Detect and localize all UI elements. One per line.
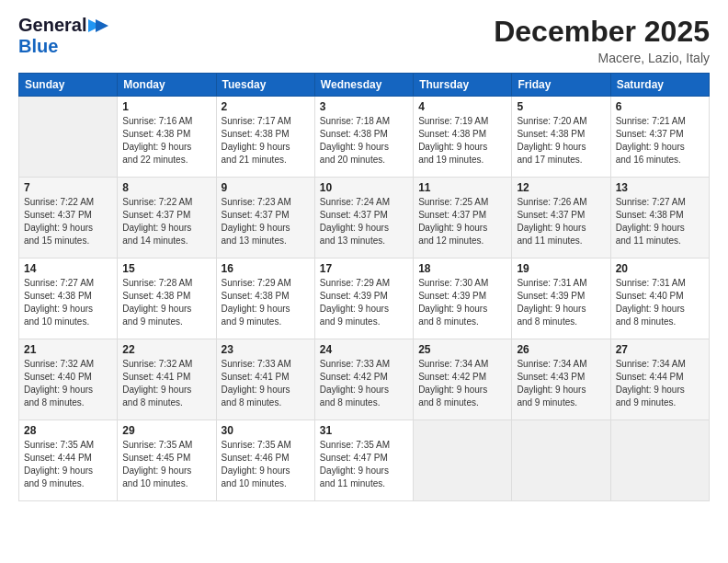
day-info: Sunrise: 7:35 AMSunset: 4:46 PMDaylight:… xyxy=(222,439,310,490)
calendar-title: December 2025 xyxy=(494,15,710,49)
calendar-cell: 15Sunrise: 7:28 AMSunset: 4:38 PMDayligh… xyxy=(118,259,216,339)
day-info: Sunrise: 7:31 AMSunset: 4:39 PMDaylight:… xyxy=(517,277,605,328)
day-number: 11 xyxy=(418,181,506,194)
day-number: 27 xyxy=(616,343,704,356)
calendar-cell: 29Sunrise: 7:35 AMSunset: 4:45 PMDayligh… xyxy=(118,420,216,501)
calendar-cell xyxy=(512,420,610,501)
day-number: 30 xyxy=(222,424,310,437)
calendar-cell: 24Sunrise: 7:33 AMSunset: 4:42 PMDayligh… xyxy=(314,339,413,420)
day-info: Sunrise: 7:16 AMSunset: 4:38 PMDaylight:… xyxy=(122,115,210,167)
calendar-cell: 17Sunrise: 7:29 AMSunset: 4:39 PMDayligh… xyxy=(314,259,413,339)
calendar-cell: 26Sunrise: 7:34 AMSunset: 4:43 PMDayligh… xyxy=(512,339,610,420)
day-number: 10 xyxy=(320,181,408,194)
calendar-cell: 5Sunrise: 7:20 AMSunset: 4:38 PMDaylight… xyxy=(512,97,610,178)
day-number: 13 xyxy=(616,181,704,194)
day-info: Sunrise: 7:34 AMSunset: 4:43 PMDaylight:… xyxy=(517,358,605,409)
calendar-week-4: 21Sunrise: 7:32 AMSunset: 4:40 PMDayligh… xyxy=(19,339,710,420)
day-number: 28 xyxy=(24,424,112,437)
day-info: Sunrise: 7:34 AMSunset: 4:42 PMDaylight:… xyxy=(418,358,506,409)
calendar-cell: 18Sunrise: 7:30 AMSunset: 4:39 PMDayligh… xyxy=(414,259,512,339)
day-number: 3 xyxy=(320,100,408,113)
calendar-cell: 21Sunrise: 7:32 AMSunset: 4:40 PMDayligh… xyxy=(19,339,118,420)
calendar-cell: 19Sunrise: 7:31 AMSunset: 4:39 PMDayligh… xyxy=(512,259,610,339)
day-number: 29 xyxy=(122,424,210,437)
calendar-cell: 1Sunrise: 7:16 AMSunset: 4:38 PMDaylight… xyxy=(118,97,216,178)
day-number: 21 xyxy=(24,343,112,356)
col-friday: Friday xyxy=(512,74,610,97)
day-number: 20 xyxy=(616,262,704,275)
day-info: Sunrise: 7:27 AMSunset: 4:38 PMDaylight:… xyxy=(616,196,704,247)
calendar-cell: 11Sunrise: 7:25 AMSunset: 4:37 PMDayligh… xyxy=(414,178,512,259)
calendar-cell: 25Sunrise: 7:34 AMSunset: 4:42 PMDayligh… xyxy=(414,339,512,420)
calendar-cell: 10Sunrise: 7:24 AMSunset: 4:37 PMDayligh… xyxy=(314,178,413,259)
logo-arrow-icon xyxy=(88,19,108,32)
day-info: Sunrise: 7:29 AMSunset: 4:39 PMDaylight:… xyxy=(320,277,408,328)
day-info: Sunrise: 7:24 AMSunset: 4:37 PMDaylight:… xyxy=(320,196,408,247)
col-sunday: Sunday xyxy=(19,74,118,97)
day-info: Sunrise: 7:33 AMSunset: 4:42 PMDaylight:… xyxy=(320,358,408,409)
calendar-cell: 9Sunrise: 7:23 AMSunset: 4:37 PMDaylight… xyxy=(216,178,314,259)
day-info: Sunrise: 7:35 AMSunset: 4:47 PMDaylight:… xyxy=(320,439,408,490)
day-info: Sunrise: 7:19 AMSunset: 4:38 PMDaylight:… xyxy=(418,115,506,167)
day-info: Sunrise: 7:22 AMSunset: 4:37 PMDaylight:… xyxy=(24,196,112,247)
calendar-cell: 28Sunrise: 7:35 AMSunset: 4:44 PMDayligh… xyxy=(19,420,118,501)
day-number: 4 xyxy=(418,100,506,113)
calendar-cell: 4Sunrise: 7:19 AMSunset: 4:38 PMDaylight… xyxy=(414,97,512,178)
calendar-week-5: 28Sunrise: 7:35 AMSunset: 4:44 PMDayligh… xyxy=(19,420,710,501)
calendar-cell: 16Sunrise: 7:29 AMSunset: 4:38 PMDayligh… xyxy=(216,259,314,339)
header: General Blue December 2025 Macere, Lazio… xyxy=(18,15,710,65)
day-number: 31 xyxy=(320,424,408,437)
col-thursday: Thursday xyxy=(414,74,512,97)
calendar-cell: 12Sunrise: 7:26 AMSunset: 4:37 PMDayligh… xyxy=(512,178,610,259)
calendar-cell: 31Sunrise: 7:35 AMSunset: 4:47 PMDayligh… xyxy=(314,420,413,501)
day-info: Sunrise: 7:32 AMSunset: 4:41 PMDaylight:… xyxy=(122,358,210,409)
svg-marker-1 xyxy=(96,19,108,32)
logo-blue: Blue xyxy=(18,36,58,56)
day-number: 2 xyxy=(222,100,310,113)
day-number: 19 xyxy=(517,262,605,275)
calendar-cell: 23Sunrise: 7:33 AMSunset: 4:41 PMDayligh… xyxy=(216,339,314,420)
day-info: Sunrise: 7:22 AMSunset: 4:37 PMDaylight:… xyxy=(122,196,210,247)
calendar-subtitle: Macere, Lazio, Italy xyxy=(494,51,710,65)
col-wednesday: Wednesday xyxy=(314,74,413,97)
day-info: Sunrise: 7:29 AMSunset: 4:38 PMDaylight:… xyxy=(222,277,310,328)
day-number: 26 xyxy=(517,343,605,356)
calendar-cell: 27Sunrise: 7:34 AMSunset: 4:44 PMDayligh… xyxy=(610,339,709,420)
title-block: December 2025 Macere, Lazio, Italy xyxy=(494,15,710,65)
day-info: Sunrise: 7:20 AMSunset: 4:38 PMDaylight:… xyxy=(517,115,605,167)
calendar-cell: 22Sunrise: 7:32 AMSunset: 4:41 PMDayligh… xyxy=(118,339,216,420)
calendar-cell: 6Sunrise: 7:21 AMSunset: 4:37 PMDaylight… xyxy=(610,97,709,178)
calendar-cell: 2Sunrise: 7:17 AMSunset: 4:38 PMDaylight… xyxy=(216,97,314,178)
day-info: Sunrise: 7:33 AMSunset: 4:41 PMDaylight:… xyxy=(222,358,310,409)
logo-general: General xyxy=(18,15,86,36)
day-info: Sunrise: 7:27 AMSunset: 4:38 PMDaylight:… xyxy=(24,277,112,328)
day-number: 17 xyxy=(320,262,408,275)
day-info: Sunrise: 7:26 AMSunset: 4:37 PMDaylight:… xyxy=(517,196,605,247)
day-info: Sunrise: 7:32 AMSunset: 4:40 PMDaylight:… xyxy=(24,358,112,409)
day-number: 18 xyxy=(418,262,506,275)
header-row: Sunday Monday Tuesday Wednesday Thursday… xyxy=(19,74,710,97)
day-number: 8 xyxy=(122,181,210,194)
calendar-cell: 7Sunrise: 7:22 AMSunset: 4:37 PMDaylight… xyxy=(19,178,118,259)
calendar-cell: 14Sunrise: 7:27 AMSunset: 4:38 PMDayligh… xyxy=(19,259,118,339)
day-number: 1 xyxy=(122,100,210,113)
day-number: 9 xyxy=(222,181,310,194)
col-monday: Monday xyxy=(118,74,216,97)
calendar-week-3: 14Sunrise: 7:27 AMSunset: 4:38 PMDayligh… xyxy=(19,259,710,339)
day-info: Sunrise: 7:30 AMSunset: 4:39 PMDaylight:… xyxy=(418,277,506,328)
calendar-cell xyxy=(414,420,512,501)
calendar-cell xyxy=(610,420,709,501)
day-info: Sunrise: 7:35 AMSunset: 4:44 PMDaylight:… xyxy=(24,439,112,490)
calendar-week-2: 7Sunrise: 7:22 AMSunset: 4:37 PMDaylight… xyxy=(19,178,710,259)
day-info: Sunrise: 7:25 AMSunset: 4:37 PMDaylight:… xyxy=(418,196,506,247)
day-number: 14 xyxy=(24,262,112,275)
logo: General Blue xyxy=(18,15,108,57)
calendar-week-1: 1Sunrise: 7:16 AMSunset: 4:38 PMDaylight… xyxy=(19,97,710,178)
day-number: 22 xyxy=(122,343,210,356)
day-number: 15 xyxy=(122,262,210,275)
day-info: Sunrise: 7:17 AMSunset: 4:38 PMDaylight:… xyxy=(222,115,310,167)
calendar-cell: 8Sunrise: 7:22 AMSunset: 4:37 PMDaylight… xyxy=(118,178,216,259)
day-number: 23 xyxy=(222,343,310,356)
calendar-cell xyxy=(19,97,118,178)
day-number: 5 xyxy=(517,100,605,113)
